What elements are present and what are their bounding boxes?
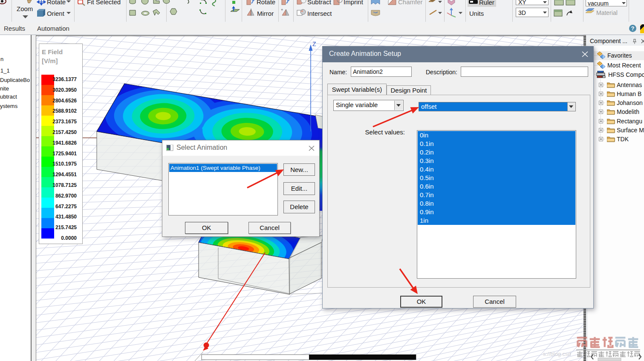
svg-text:s://blog.csd: s://blog.csd <box>543 351 571 357</box>
svg-text:Z: Z <box>312 41 316 47</box>
svg-text:+: + <box>281 8 283 12</box>
